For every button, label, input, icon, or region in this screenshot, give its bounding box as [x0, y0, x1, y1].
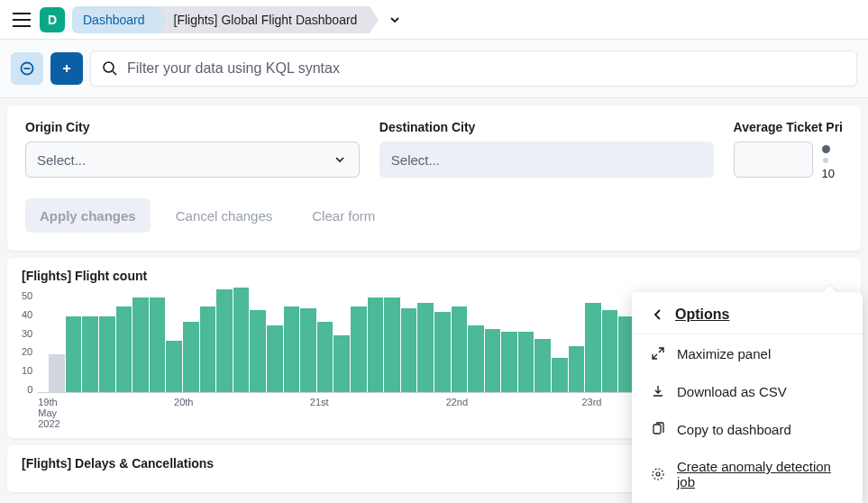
- chart-y-axis: 50403020100: [22, 290, 38, 395]
- range-handle-icons: [822, 145, 835, 163]
- chart-bar: [284, 306, 300, 392]
- chart-bar: [368, 297, 384, 392]
- chart-bar: [535, 339, 551, 392]
- svg-point-5: [656, 472, 660, 476]
- chart-bar: [569, 346, 585, 392]
- chart-bar: [233, 288, 250, 392]
- expand-icon: [650, 345, 666, 361]
- chart-bar: [602, 310, 618, 392]
- chart-bar: [116, 306, 132, 392]
- search-icon: [102, 60, 118, 77]
- popover-item-label: Create anomaly detection job: [677, 459, 845, 489]
- chart-bar: [317, 322, 333, 392]
- back-chevron-icon[interactable]: [650, 306, 666, 323]
- chart-bar: [66, 316, 82, 392]
- chart-bar: [132, 297, 149, 392]
- chart-bar: [384, 297, 400, 392]
- breadcrumb-root[interactable]: Dashboard: [72, 6, 158, 33]
- chart-bar: [333, 335, 350, 392]
- popover-item-label: Download as CSV: [677, 384, 787, 399]
- filter-toggle-button[interactable]: [11, 52, 43, 85]
- chart-bar: [99, 316, 115, 392]
- chart-bar: [49, 354, 65, 392]
- breadcrumb-dropdown-button[interactable]: [386, 14, 404, 26]
- chart-bar: [585, 303, 601, 392]
- download-csv-item[interactable]: Download as CSV: [632, 372, 863, 410]
- add-filter-button[interactable]: [50, 52, 83, 85]
- avg-price-min-input[interactable]: [734, 142, 813, 178]
- chart-bar: [183, 322, 199, 392]
- popover-item-label: Copy to dashboard: [677, 422, 791, 437]
- ml-icon: [650, 466, 666, 482]
- chart-bar: [200, 306, 216, 392]
- chart-bar: [401, 308, 417, 392]
- popover-item-label: Maximize panel: [677, 346, 771, 361]
- chart-bar: [518, 332, 535, 392]
- panel-options-popover: Options Maximize panel Download as CSV C…: [632, 292, 863, 503]
- download-icon: [650, 383, 666, 399]
- chart-bar: [417, 303, 434, 392]
- search-bar[interactable]: [90, 50, 857, 87]
- chevron-down-icon: [332, 151, 348, 168]
- origin-select-placeholder: Select...: [37, 152, 86, 168]
- nav-toggle-button[interactable]: [11, 9, 32, 31]
- svg-point-4: [653, 469, 663, 480]
- destination-label: Destination City: [379, 120, 714, 134]
- avg-price-min-value: 10: [822, 167, 835, 180]
- cancel-changes-button[interactable]: Cancel changes: [161, 198, 288, 233]
- apply-changes-button[interactable]: Apply changes: [25, 198, 151, 233]
- svg-rect-3: [653, 425, 661, 434]
- chart-bar: [300, 308, 316, 392]
- popover-title: Options: [675, 306, 729, 323]
- flight-count-title: [Flights] Flight count: [7, 269, 861, 287]
- chart-bar: [216, 289, 233, 392]
- breadcrumb-current[interactable]: [Flights] Global Flight Dashboard: [158, 6, 370, 33]
- create-anomaly-job-item[interactable]: Create anomaly detection job: [632, 448, 863, 500]
- maximize-panel-item[interactable]: Maximize panel: [632, 334, 863, 372]
- copy-dashboard-item[interactable]: Copy to dashboard: [632, 410, 863, 448]
- chart-bar: [150, 297, 166, 392]
- search-input[interactable]: [127, 60, 845, 77]
- chart-bar: [166, 341, 182, 392]
- app-badge: D: [40, 7, 65, 32]
- chart-bar: [267, 325, 283, 392]
- popover-arrow-icon: [821, 285, 837, 293]
- chart-bar: [552, 358, 568, 392]
- clear-form-button[interactable]: Clear form: [297, 198, 389, 233]
- origin-select[interactable]: Select...: [25, 142, 360, 178]
- chart-bar: [250, 310, 266, 392]
- chart-bar: [501, 332, 517, 392]
- destination-select[interactable]: Select...: [379, 142, 714, 178]
- copy-icon: [650, 421, 666, 437]
- chart-bar: [351, 306, 367, 392]
- chart-bar: [485, 329, 501, 392]
- chart-bar: [82, 316, 98, 392]
- origin-label: Origin City: [25, 120, 360, 134]
- chart-bar: [452, 306, 468, 392]
- breadcrumb: Dashboard [Flights] Global Flight Dashbo…: [72, 6, 404, 33]
- svg-point-2: [104, 62, 114, 72]
- controls-panel: Origin City Select... Destination City S…: [7, 105, 861, 251]
- chart-bar: [434, 312, 451, 392]
- destination-select-placeholder: Select...: [391, 152, 440, 168]
- chart-bar: [468, 325, 484, 392]
- avg-price-label: Average Ticket Pri: [734, 120, 843, 134]
